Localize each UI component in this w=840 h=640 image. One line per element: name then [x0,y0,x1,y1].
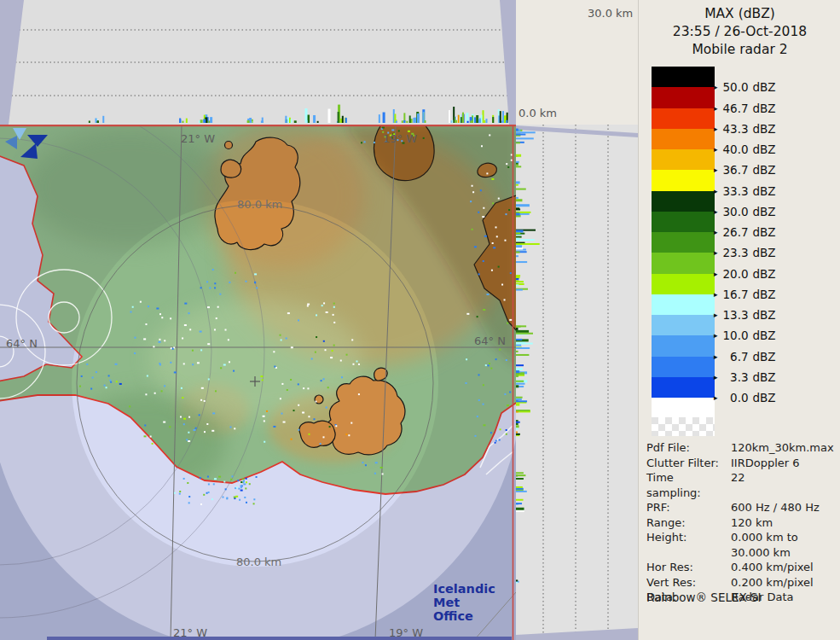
range-ring-label-bottom: 80.0 km [236,556,281,568]
metadata-value: 0.000 km to 30.000 km [731,530,798,560]
scale-tick-label: ▸40.0dBZ [714,143,776,156]
metadata-row: Clutter Filter:IIRDoppler 6 [646,456,836,471]
vertical-projection-right [516,125,639,640]
logo-line1: Icelandic Met [433,582,516,609]
logo-line2: Office [433,609,516,623]
scale-tick-label: ▸6.7dBZ [714,350,776,364]
color-scale-nodata [652,417,715,436]
metadata-value: 120km_30km.max [731,440,834,456]
tick-arrow-icon: ▸ [714,228,718,236]
tick-arrow-icon: ▸ [714,331,718,340]
metadata-label: PRF: [646,500,731,515]
scale-tick-label: ▸46.7dBZ [714,102,776,115]
scale-color-block [652,335,715,356]
scale-tick-label: ▸33.3dBZ [714,184,776,198]
tick-arrow-icon: ▸ [714,104,718,113]
tick-arrow-icon: ▸ [714,248,718,257]
scale-color-block [652,294,715,315]
tick-arrow-icon: ▸ [714,166,718,174]
scale-color-block [652,315,715,335]
tick-arrow-icon: ▸ [714,83,718,91]
metadata-row: Time sampling:22 [646,470,836,500]
scale-color-block [652,87,715,108]
scale-tick-label: ▸3.3dBZ [714,370,776,384]
metadata-value: 0.400 km/pixel [731,560,814,575]
scale-color-block [652,129,715,149]
legend-panel: MAX (dBZ) 23:55 / 26-Oct-2018 Mobile rad… [638,0,840,640]
scale-tick-label: ▸10.0dBZ [714,329,776,342]
tick-arrow-icon: ▸ [714,187,718,195]
lon-label-19w-bottom: 19° W [389,626,423,639]
top-projection-canvas [0,0,516,125]
scale-color-block [652,212,715,232]
scale-color-block [652,377,715,398]
scale-color-block [652,357,715,377]
glacier-eyjafjallajokull [299,421,335,447]
metadata-row: Range:120 km [646,515,836,531]
tick-arrow-icon: ▸ [714,125,718,133]
product-title: MAX (dBZ) [639,5,840,23]
metadata-label: Range: [646,515,731,531]
metadata-value: 120 km [731,515,773,531]
vertical-projection-top [0,0,516,125]
tick-arrow-icon: ▸ [714,352,718,361]
height-axis-max-label: 30.0 km [588,7,633,20]
radar-map[interactable]: 21° W 19° W 80.0 km 64° N 64° N 80.0 km … [0,125,516,640]
radar-name: Mobile radar 2 [639,41,840,59]
metadata-label: Time sampling: [646,470,731,500]
scale-color-block [652,274,715,294]
scale-tick-label: ▸13.3dBZ [714,308,776,322]
lon-label-19w-top: 19° W [383,132,417,145]
scale-tick-label: ▸36.7dBZ [714,163,776,177]
scale-tick-label: ▸20.0dBZ [714,267,776,281]
scale-color-block [652,232,715,253]
metadata-label: Vert Res: [646,575,731,591]
metadata-label: Height: [646,530,731,560]
projected-echoes [516,129,540,584]
scale-tick-label: ▸26.7dBZ [714,225,776,239]
software-brand: Rainbow® SELEX-SI [646,591,761,604]
scan-cone-edge [516,628,638,640]
projection-axis-corner: 30.0 km 0.0 km [516,0,638,125]
metadata-row: Height:0.000 km to 30.000 km [646,530,836,560]
color-scale [652,67,715,398]
metadata-value: 22 [731,470,745,500]
scan-cone-edge [516,125,638,137]
scale-color-block [652,149,715,170]
tick-arrow-icon: ▸ [714,207,718,216]
scale-color-block [652,191,715,212]
tick-arrow-icon: ▸ [714,290,718,299]
radar-app-window: 30.0 km 0.0 km [0,0,840,640]
color-scale-below-zero [652,398,715,417]
metadata-value: IIRDoppler 6 [731,456,800,471]
glacier-myrdalsjokull [326,376,405,455]
scale-tick-label: ▸50.0dBZ [714,80,776,94]
scale-color-block [652,170,715,190]
metadata-label: Hor Res: [646,560,731,575]
projected-echoes [89,105,508,123]
scale-tick-label: ▸23.3dBZ [714,246,776,259]
icelandic-met-office-logo: Icelandic Met Office [433,582,516,623]
lat-label-64n-left: 64° N [6,337,38,350]
scale-tick-label: ▸43.3dBZ [714,122,776,136]
tick-arrow-icon: ▸ [714,270,718,278]
legend-header: MAX (dBZ) 23:55 / 26-Oct-2018 Mobile rad… [639,5,840,59]
metadata-label: Clutter Filter: [646,456,731,471]
metadata-value: 0.200 km/pixel [731,575,814,591]
scale-tick-label: ▸30.0dBZ [714,205,776,218]
range-ring-label-top: 80.0 km [237,198,282,211]
metadata-label: Pdf File: [646,440,731,456]
metadata-value: 600 Hz / 480 Hz [731,500,820,515]
scale-color-block [652,67,715,87]
metadata-row: Pdf File:120km_30km.max [646,440,836,456]
logo-arrows-icon [0,125,49,159]
metadata-row: Vert Res:0.200 km/pixel [646,575,836,591]
tick-arrow-icon: ▸ [714,311,718,319]
right-projection-canvas [516,125,638,640]
scale-tick-label: ▸0.0dBZ [714,391,776,404]
lat-label-64n-right: 64° N [474,335,506,347]
product-metadata: Pdf File:120km_30km.maxClutter Filter:II… [646,440,836,605]
scan-cone-edge [500,0,516,125]
tick-arrow-icon: ▸ [714,393,718,402]
tick-arrow-icon: ▸ [714,145,718,154]
